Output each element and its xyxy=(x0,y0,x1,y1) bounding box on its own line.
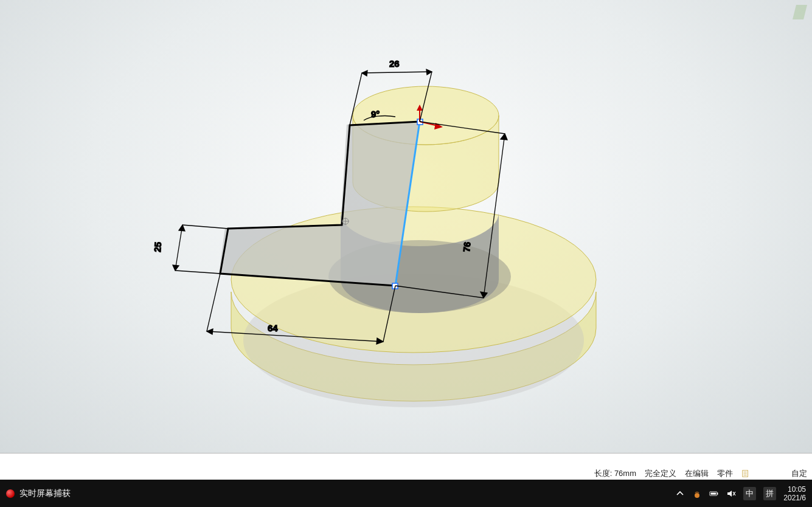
clock-date: 2021/6 xyxy=(783,494,806,502)
svg-marker-19 xyxy=(173,265,179,271)
status-editing: 在编辑 xyxy=(685,468,709,479)
clock-time: 10:05 xyxy=(788,485,806,494)
svg-marker-18 xyxy=(179,225,185,231)
status-definition: 完全定义 xyxy=(645,468,676,479)
solidworks-logo-icon xyxy=(790,2,810,22)
volume-mute-icon[interactable] xyxy=(726,489,736,498)
svg-marker-13 xyxy=(362,71,367,76)
svg-rect-37 xyxy=(711,492,717,494)
record-icon xyxy=(6,489,15,498)
svg-rect-36 xyxy=(717,492,718,494)
cad-viewport[interactable]: 26 9° 25 76 xyxy=(0,0,812,453)
svg-marker-28 xyxy=(207,329,213,334)
custom-props-icon[interactable] xyxy=(741,469,750,478)
dimension-label: 25 xyxy=(152,241,163,252)
svg-marker-23 xyxy=(501,134,507,140)
taskbar-clock[interactable]: 10:05 2021/6 xyxy=(783,485,806,502)
svg-line-15 xyxy=(182,225,228,229)
battery-icon[interactable] xyxy=(709,489,719,498)
status-part: 零件 xyxy=(717,468,733,479)
svg-line-12 xyxy=(362,72,432,73)
part-preview xyxy=(219,86,596,407)
windows-taskbar[interactable]: 实时屏幕捕获 中 拼 10:05 2021/6 xyxy=(0,480,812,507)
status-auto: 自定 xyxy=(791,468,807,479)
dimension-label: 76 xyxy=(461,241,473,252)
ime-mode[interactable]: 拼 xyxy=(763,487,776,500)
app-status-bar: 长度: 76mm 完全定义 在编辑 零件 自定 xyxy=(0,453,812,480)
dimension-label: 64 xyxy=(268,323,278,333)
dimension-label: 26 xyxy=(389,58,400,69)
svg-line-17 xyxy=(175,225,182,271)
ime-language[interactable]: 中 xyxy=(743,487,756,500)
dimension-left-25[interactable]: 25 xyxy=(152,225,228,274)
svg-point-34 xyxy=(695,493,699,498)
svg-line-16 xyxy=(175,271,220,274)
dimension-label: 9° xyxy=(371,109,380,119)
tray-chevron-icon[interactable] xyxy=(675,489,685,498)
recording-app-label[interactable]: 实时屏幕捕获 xyxy=(19,488,71,499)
svg-line-25 xyxy=(207,274,220,331)
tray-app-icon[interactable] xyxy=(692,489,702,498)
status-length: 长度: 76mm xyxy=(594,468,636,479)
